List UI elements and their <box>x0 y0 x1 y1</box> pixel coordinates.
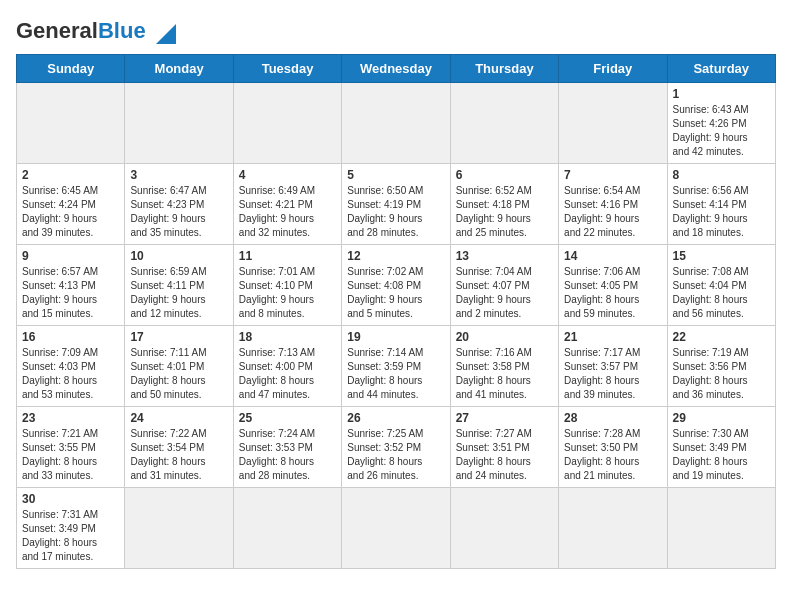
calendar-week-1: 1Sunrise: 6:43 AM Sunset: 4:26 PM Daylig… <box>17 83 776 164</box>
calendar-cell <box>233 83 341 164</box>
day-info: Sunrise: 7:16 AM Sunset: 3:58 PM Dayligh… <box>456 346 553 402</box>
calendar-cell: 2Sunrise: 6:45 AM Sunset: 4:24 PM Daylig… <box>17 164 125 245</box>
day-number: 13 <box>456 249 553 263</box>
calendar-cell: 23Sunrise: 7:21 AM Sunset: 3:55 PM Dayli… <box>17 407 125 488</box>
day-info: Sunrise: 7:27 AM Sunset: 3:51 PM Dayligh… <box>456 427 553 483</box>
day-number: 28 <box>564 411 661 425</box>
day-number: 29 <box>673 411 770 425</box>
calendar-body: 1Sunrise: 6:43 AM Sunset: 4:26 PM Daylig… <box>17 83 776 569</box>
calendar-cell: 15Sunrise: 7:08 AM Sunset: 4:04 PM Dayli… <box>667 245 775 326</box>
day-number: 21 <box>564 330 661 344</box>
day-info: Sunrise: 6:47 AM Sunset: 4:23 PM Dayligh… <box>130 184 227 240</box>
day-header-sunday: Sunday <box>17 55 125 83</box>
calendar-cell <box>17 83 125 164</box>
day-number: 1 <box>673 87 770 101</box>
day-number: 10 <box>130 249 227 263</box>
day-number: 9 <box>22 249 119 263</box>
calendar-cell <box>342 83 450 164</box>
calendar-cell: 18Sunrise: 7:13 AM Sunset: 4:00 PM Dayli… <box>233 326 341 407</box>
day-info: Sunrise: 7:13 AM Sunset: 4:00 PM Dayligh… <box>239 346 336 402</box>
day-header-monday: Monday <box>125 55 233 83</box>
day-number: 17 <box>130 330 227 344</box>
calendar-cell: 5Sunrise: 6:50 AM Sunset: 4:19 PM Daylig… <box>342 164 450 245</box>
logo-icon <box>148 16 178 46</box>
calendar-cell <box>450 83 558 164</box>
day-info: Sunrise: 6:59 AM Sunset: 4:11 PM Dayligh… <box>130 265 227 321</box>
day-info: Sunrise: 7:04 AM Sunset: 4:07 PM Dayligh… <box>456 265 553 321</box>
day-info: Sunrise: 7:22 AM Sunset: 3:54 PM Dayligh… <box>130 427 227 483</box>
calendar-cell <box>125 83 233 164</box>
calendar-cell: 26Sunrise: 7:25 AM Sunset: 3:52 PM Dayli… <box>342 407 450 488</box>
calendar-week-3: 9Sunrise: 6:57 AM Sunset: 4:13 PM Daylig… <box>17 245 776 326</box>
day-info: Sunrise: 7:01 AM Sunset: 4:10 PM Dayligh… <box>239 265 336 321</box>
day-info: Sunrise: 6:43 AM Sunset: 4:26 PM Dayligh… <box>673 103 770 159</box>
calendar-week-2: 2Sunrise: 6:45 AM Sunset: 4:24 PM Daylig… <box>17 164 776 245</box>
day-info: Sunrise: 7:09 AM Sunset: 4:03 PM Dayligh… <box>22 346 119 402</box>
day-info: Sunrise: 7:25 AM Sunset: 3:52 PM Dayligh… <box>347 427 444 483</box>
calendar-cell: 7Sunrise: 6:54 AM Sunset: 4:16 PM Daylig… <box>559 164 667 245</box>
day-info: Sunrise: 6:52 AM Sunset: 4:18 PM Dayligh… <box>456 184 553 240</box>
day-number: 3 <box>130 168 227 182</box>
day-header-wednesday: Wednesday <box>342 55 450 83</box>
calendar-cell: 22Sunrise: 7:19 AM Sunset: 3:56 PM Dayli… <box>667 326 775 407</box>
day-header-friday: Friday <box>559 55 667 83</box>
logo: GeneralBlue <box>16 16 178 46</box>
day-number: 2 <box>22 168 119 182</box>
day-header-thursday: Thursday <box>450 55 558 83</box>
calendar-cell <box>342 488 450 569</box>
day-info: Sunrise: 6:54 AM Sunset: 4:16 PM Dayligh… <box>564 184 661 240</box>
day-number: 30 <box>22 492 119 506</box>
day-number: 16 <box>22 330 119 344</box>
calendar-cell: 11Sunrise: 7:01 AM Sunset: 4:10 PM Dayli… <box>233 245 341 326</box>
calendar-cell: 21Sunrise: 7:17 AM Sunset: 3:57 PM Dayli… <box>559 326 667 407</box>
calendar: SundayMondayTuesdayWednesdayThursdayFrid… <box>16 54 776 569</box>
day-info: Sunrise: 7:06 AM Sunset: 4:05 PM Dayligh… <box>564 265 661 321</box>
day-number: 4 <box>239 168 336 182</box>
day-number: 8 <box>673 168 770 182</box>
day-number: 12 <box>347 249 444 263</box>
day-number: 20 <box>456 330 553 344</box>
day-number: 18 <box>239 330 336 344</box>
calendar-week-4: 16Sunrise: 7:09 AM Sunset: 4:03 PM Dayli… <box>17 326 776 407</box>
calendar-cell: 10Sunrise: 6:59 AM Sunset: 4:11 PM Dayli… <box>125 245 233 326</box>
calendar-cell: 3Sunrise: 6:47 AM Sunset: 4:23 PM Daylig… <box>125 164 233 245</box>
calendar-cell <box>233 488 341 569</box>
calendar-cell: 4Sunrise: 6:49 AM Sunset: 4:21 PM Daylig… <box>233 164 341 245</box>
day-number: 25 <box>239 411 336 425</box>
calendar-cell: 8Sunrise: 6:56 AM Sunset: 4:14 PM Daylig… <box>667 164 775 245</box>
calendar-cell: 30Sunrise: 7:31 AM Sunset: 3:49 PM Dayli… <box>17 488 125 569</box>
day-number: 27 <box>456 411 553 425</box>
calendar-cell <box>667 488 775 569</box>
calendar-header: SundayMondayTuesdayWednesdayThursdayFrid… <box>17 55 776 83</box>
day-info: Sunrise: 7:19 AM Sunset: 3:56 PM Dayligh… <box>673 346 770 402</box>
calendar-cell: 16Sunrise: 7:09 AM Sunset: 4:03 PM Dayli… <box>17 326 125 407</box>
day-header-tuesday: Tuesday <box>233 55 341 83</box>
day-info: Sunrise: 7:31 AM Sunset: 3:49 PM Dayligh… <box>22 508 119 564</box>
calendar-cell: 13Sunrise: 7:04 AM Sunset: 4:07 PM Dayli… <box>450 245 558 326</box>
day-number: 6 <box>456 168 553 182</box>
day-info: Sunrise: 6:57 AM Sunset: 4:13 PM Dayligh… <box>22 265 119 321</box>
logo-text: GeneralBlue <box>16 18 146 44</box>
day-number: 22 <box>673 330 770 344</box>
calendar-cell: 27Sunrise: 7:27 AM Sunset: 3:51 PM Dayli… <box>450 407 558 488</box>
day-number: 11 <box>239 249 336 263</box>
day-info: Sunrise: 6:45 AM Sunset: 4:24 PM Dayligh… <box>22 184 119 240</box>
day-info: Sunrise: 6:49 AM Sunset: 4:21 PM Dayligh… <box>239 184 336 240</box>
day-number: 26 <box>347 411 444 425</box>
day-number: 14 <box>564 249 661 263</box>
calendar-cell: 12Sunrise: 7:02 AM Sunset: 4:08 PM Dayli… <box>342 245 450 326</box>
day-info: Sunrise: 6:56 AM Sunset: 4:14 PM Dayligh… <box>673 184 770 240</box>
calendar-cell: 19Sunrise: 7:14 AM Sunset: 3:59 PM Dayli… <box>342 326 450 407</box>
day-number: 24 <box>130 411 227 425</box>
day-info: Sunrise: 7:17 AM Sunset: 3:57 PM Dayligh… <box>564 346 661 402</box>
day-number: 19 <box>347 330 444 344</box>
calendar-cell: 6Sunrise: 6:52 AM Sunset: 4:18 PM Daylig… <box>450 164 558 245</box>
calendar-week-6: 30Sunrise: 7:31 AM Sunset: 3:49 PM Dayli… <box>17 488 776 569</box>
day-info: Sunrise: 6:50 AM Sunset: 4:19 PM Dayligh… <box>347 184 444 240</box>
calendar-cell: 17Sunrise: 7:11 AM Sunset: 4:01 PM Dayli… <box>125 326 233 407</box>
day-info: Sunrise: 7:21 AM Sunset: 3:55 PM Dayligh… <box>22 427 119 483</box>
day-number: 23 <box>22 411 119 425</box>
day-info: Sunrise: 7:02 AM Sunset: 4:08 PM Dayligh… <box>347 265 444 321</box>
day-info: Sunrise: 7:11 AM Sunset: 4:01 PM Dayligh… <box>130 346 227 402</box>
day-info: Sunrise: 7:08 AM Sunset: 4:04 PM Dayligh… <box>673 265 770 321</box>
